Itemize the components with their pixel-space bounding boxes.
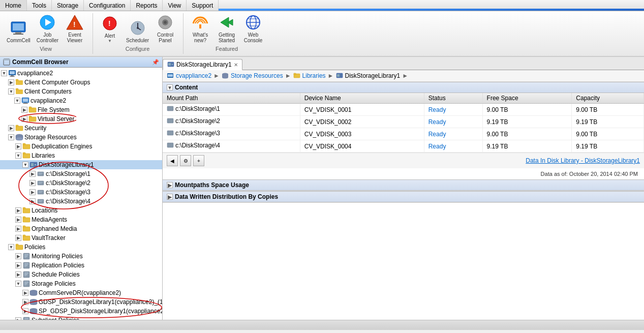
distribution-toggle[interactable]: ▶ bbox=[167, 194, 173, 200]
tree-item-libraries[interactable]: ▼ Libraries bbox=[0, 151, 162, 160]
tree-item-mediaagents[interactable]: ▶ MediaAgents bbox=[0, 215, 162, 224]
tree-item-gdsp[interactable]: ▶ GDSP_DiskStorageLibrary1(cvappliance2)… bbox=[0, 297, 162, 307]
web-console-button[interactable]: WebConsole bbox=[240, 12, 266, 45]
event-viewer-button[interactable]: ! EventViewer bbox=[62, 12, 87, 45]
breadcrumb-sep3: ► bbox=[328, 72, 334, 79]
tree-item-diskstoragelib1[interactable]: ▼ DiskStorageLibrary1 bbox=[0, 160, 162, 169]
tree-item-mount2[interactable]: ▶ c:\DiskStorage\2 bbox=[0, 178, 162, 188]
expand-commservedr[interactable]: ▶ bbox=[22, 290, 28, 296]
scheduler-button[interactable]: Scheduler bbox=[124, 17, 151, 45]
svg-rect-28 bbox=[10, 71, 15, 74]
expand-security[interactable]: ▶ bbox=[8, 125, 14, 131]
tree-item-virtual-server[interactable]: ▶ Virtual Server bbox=[0, 114, 162, 124]
menu-tab-view[interactable]: View bbox=[163, 0, 187, 11]
expand-libraries[interactable]: ▼ bbox=[15, 153, 21, 159]
tree-item-dedup-engines[interactable]: ▶ Deduplication Engines bbox=[0, 142, 162, 151]
expand-gdsp[interactable]: ▶ bbox=[22, 299, 28, 305]
expand-virtual-server[interactable]: ▶ bbox=[21, 116, 27, 122]
expand-sp-gdsp[interactable]: ▶ bbox=[22, 308, 28, 314]
menu-tab-support[interactable]: Support bbox=[187, 0, 219, 11]
tab-close-button[interactable]: ✕ bbox=[234, 62, 238, 68]
tree-item-mount4[interactable]: ▶ c:\DiskStorage\4 bbox=[0, 197, 162, 206]
toolbar-btn3[interactable]: + bbox=[193, 155, 204, 166]
svg-rect-69 bbox=[23, 208, 30, 213]
tree-item-root[interactable]: ▼ cvappliance2 bbox=[0, 69, 162, 78]
distribution-section-header[interactable]: ▶ Data Written Distribution By Copies bbox=[163, 191, 644, 202]
content-section-header[interactable]: ▼ Content bbox=[163, 82, 644, 93]
content-section-toggle[interactable]: ▼ bbox=[167, 84, 173, 90]
expand-orphaned[interactable]: ▶ bbox=[15, 226, 21, 232]
expand-dedup[interactable]: ▶ bbox=[15, 143, 21, 149]
tree-item-filesystem[interactable]: ▶ File System bbox=[0, 105, 162, 114]
expand-subclient[interactable]: ▶ bbox=[15, 317, 21, 320]
menu-tab-home[interactable]: Home bbox=[0, 0, 27, 11]
expand-mount4[interactable]: ▶ bbox=[29, 198, 36, 204]
tree-item-cvappliance2[interactable]: ▼ cvappliance2 bbox=[0, 96, 162, 105]
svg-rect-85 bbox=[24, 265, 27, 266]
expand-storage-policies[interactable]: ▼ bbox=[15, 281, 21, 287]
tree-item-client-groups[interactable]: ▶ Client Computer Groups bbox=[0, 78, 162, 87]
tree-item-storage-resources[interactable]: ▼ Storage Resources bbox=[0, 133, 162, 142]
tree-item-locations[interactable]: ▶ Locations bbox=[0, 206, 162, 215]
tree-item-subclient-policies[interactable]: ▶ Subclient Policies bbox=[0, 316, 162, 320]
expand-cvappliance2[interactable]: ▼ bbox=[14, 98, 20, 104]
tree-item-vaulttracker[interactable]: ▶ VaultTracker bbox=[0, 233, 162, 243]
toolbar-btn2[interactable]: ⚙ bbox=[180, 155, 191, 166]
svg-rect-82 bbox=[24, 257, 26, 258]
expand-mount2[interactable]: ▶ bbox=[29, 180, 36, 186]
expand-mediaagents[interactable]: ▶ bbox=[15, 217, 21, 223]
menu-tab-configuration[interactable]: Configuration bbox=[84, 0, 131, 11]
tree-item-mount3[interactable]: ▶ c:\DiskStorage\3 bbox=[0, 188, 162, 197]
row3-free-space: 9.00 TB bbox=[482, 128, 572, 140]
tree-item-orphaned-media[interactable]: ▶ Orphaned Media bbox=[0, 224, 162, 233]
chart-link[interactable]: Data In Disk Library - DiskStorageLibrar… bbox=[526, 157, 640, 164]
monitoring-policies-icon bbox=[22, 252, 30, 260]
control-panel-button[interactable]: ControlPanel bbox=[152, 12, 178, 45]
expand-mount1[interactable]: ▶ bbox=[29, 171, 36, 177]
svg-rect-37 bbox=[23, 99, 28, 102]
expand-filesystem[interactable]: ▶ bbox=[21, 107, 27, 113]
tree-item-security[interactable]: ▶ Security bbox=[0, 124, 162, 133]
expand-vaulttracker[interactable]: ▶ bbox=[15, 235, 21, 241]
expand-root[interactable]: ▼ bbox=[1, 70, 7, 76]
breadcrumb-libraries[interactable]: Libraries bbox=[302, 72, 326, 79]
expand-monitoring[interactable]: ▶ bbox=[15, 253, 21, 259]
tree-item-schedule-policies[interactable]: ▶ Schedule Policies bbox=[0, 270, 162, 279]
job-controller-button[interactable]: JobController bbox=[34, 12, 61, 45]
breadcrumb-commcell-icon bbox=[167, 72, 174, 79]
tree-item-client-computers[interactable]: ▼ Client Computers bbox=[0, 87, 162, 96]
expand-replication[interactable]: ▶ bbox=[15, 262, 21, 268]
tree-item-commservedr[interactable]: ▶ CommServeDR(cvappliance2) bbox=[0, 288, 162, 297]
tree-item-monitoring-policies[interactable]: ▶ Monitoring Policies bbox=[0, 252, 162, 261]
tree-item-sp-gdsp[interactable]: ▶ SP_GDSP_DiskStorageLibrary1(cvapplianc… bbox=[0, 307, 162, 316]
breadcrumb-root[interactable]: cvappliance2 bbox=[176, 72, 211, 79]
breadcrumb-storage[interactable]: Storage Resources bbox=[231, 72, 283, 79]
expand-storage-resources[interactable]: ▼ bbox=[8, 134, 14, 140]
whats-new-button[interactable]: What'snew? bbox=[188, 12, 213, 45]
commcell-button[interactable]: CommCell bbox=[4, 17, 33, 45]
expand-client-groups[interactable]: ▶ bbox=[8, 79, 14, 85]
configure-group-label: Configure bbox=[126, 46, 150, 52]
tree-item-policies[interactable]: ▼ Policies bbox=[0, 243, 162, 252]
mountpaths-toggle[interactable]: ▶ bbox=[167, 182, 173, 188]
tree-item-mount1[interactable]: ▶ c:\DiskStorage\1 bbox=[0, 169, 162, 178]
mountpaths-section-header[interactable]: ▶ Mountpaths Space Usage bbox=[163, 179, 644, 191]
menu-tab-tools[interactable]: Tools bbox=[27, 0, 52, 11]
expand-locations[interactable]: ▶ bbox=[15, 207, 21, 214]
expand-mount3[interactable]: ▶ bbox=[29, 189, 36, 195]
expand-client-computers[interactable]: ▼ bbox=[8, 88, 14, 95]
expand-schedule[interactable]: ▶ bbox=[15, 271, 21, 278]
menu-tab-storage[interactable]: Storage bbox=[52, 0, 84, 11]
pin-icon[interactable]: 📌 bbox=[152, 59, 159, 66]
expand-policies[interactable]: ▼ bbox=[8, 244, 14, 250]
getting-started-button[interactable]: GettingStarted bbox=[214, 12, 239, 45]
tree-item-replication-policies[interactable]: ▶ Replication Policies bbox=[0, 261, 162, 270]
toolbar-btn1[interactable]: ◀ bbox=[167, 155, 178, 166]
alert-button[interactable]: ! Alert ▼ bbox=[97, 13, 122, 45]
tab-library-icon bbox=[167, 61, 174, 68]
mount3-icon bbox=[37, 188, 45, 196]
tree-item-storage-policies[interactable]: ▼ Storage Policies bbox=[0, 279, 162, 288]
tab-diskstoragelib1[interactable]: DiskStorageLibrary1 ✕ bbox=[163, 59, 242, 70]
menu-tab-reports[interactable]: Reports bbox=[131, 0, 163, 11]
expand-diskstoragelib1[interactable]: ▼ bbox=[22, 162, 28, 168]
